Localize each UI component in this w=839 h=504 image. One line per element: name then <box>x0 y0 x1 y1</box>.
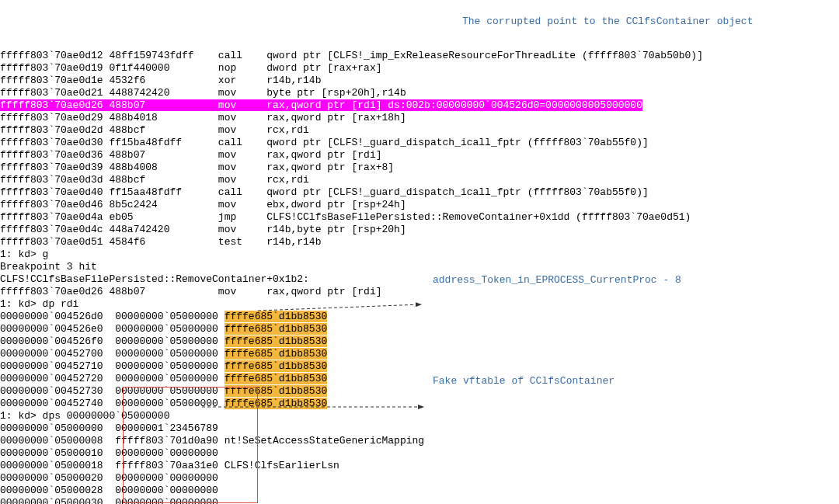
disasm-line: fffff803`70ae0d30 ff15ba48fdff call qwor… <box>0 137 839 149</box>
disasm-line: fffff803`70ae0d26 488b07 mov rax,qword p… <box>0 99 839 112</box>
annotation-corrupted: The corrupted point to the CClfsContaine… <box>462 16 753 28</box>
svg-line-0 <box>258 304 421 311</box>
disasm-line: fffff803`70ae0d21 4488742420 mov byte pt… <box>0 87 839 99</box>
arrow-to-token-annot <box>258 276 429 329</box>
disasm-line: fffff803`70ae0d12 48ff159743fdff call qw… <box>0 50 839 62</box>
debugger-output-line: 1: kd> g <box>0 249 839 261</box>
disasm-line: fffff803`70ae0d36 488b07 mov rax,qword p… <box>0 149 839 162</box>
memory-row: 00000000`00452710 00000000`05000000 ffff… <box>0 360 839 373</box>
disasm-line: fffff803`70ae0d2d 488bcf mov rcx,rdi <box>0 124 839 137</box>
disasm-line: fffff803`70ae0d4a eb05 jmp CLFS!CClfsBas… <box>0 211 839 224</box>
disasm-line: fffff803`70ae0d46 8b5c2424 mov ebx,dword… <box>0 199 839 211</box>
memory-row: 00000000`004526f0 00000000`05000000 ffff… <box>0 335 839 348</box>
annotation-fake-vftable: Fake vftable of CClfsContainer <box>433 375 614 388</box>
disasm-line: fffff803`70ae0d39 488b4008 mov rax,qword… <box>0 162 839 174</box>
disasm-line: fffff803`70ae0d1e 4532f6 xor r14b,r14b <box>0 75 839 87</box>
disasm-line: fffff803`70ae0d4c 448a742420 mov r14b,by… <box>0 224 839 236</box>
disasm-line: fffff803`70ae0d29 488b4018 mov rax,qword… <box>0 112 839 124</box>
disasm-line: fffff803`70ae0d51 4584f6 test r14b,r14b <box>0 236 839 249</box>
memory-row: 00000000`00452700 00000000`05000000 ffff… <box>0 348 839 360</box>
debugger-output-line: Breakpoint 3 hit <box>0 261 839 273</box>
red-highlight-box <box>123 387 258 503</box>
disasm-line: fffff803`70ae0d40 ff15aa48fdff call qwor… <box>0 186 839 199</box>
disasm-line: fffff803`70ae0d19 0f1f440000 nop dword p… <box>0 62 839 75</box>
annotation-address-token: address_Token_in_EPROCESS_CurrentProc - … <box>433 274 681 287</box>
disasm-line: fffff803`70ae0d3d 488bcf mov rcx,rdi <box>0 174 839 186</box>
